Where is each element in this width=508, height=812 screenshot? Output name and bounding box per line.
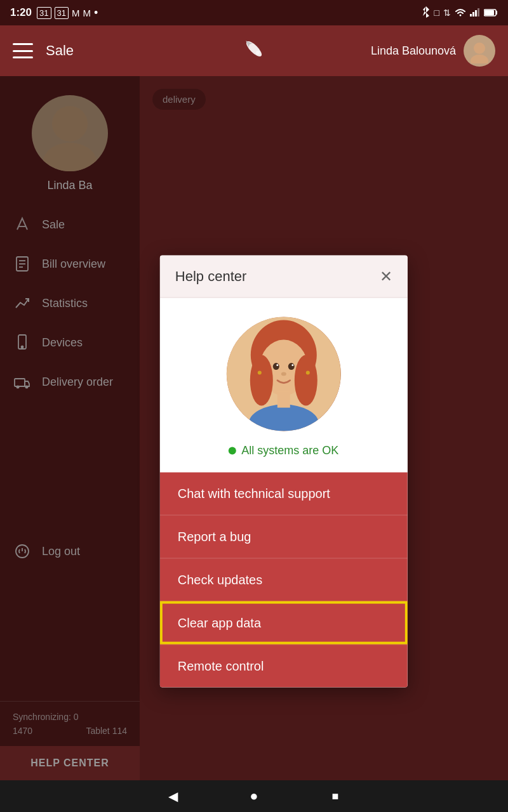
svg-point-30 (288, 363, 295, 370)
recents-icon: ■ (332, 790, 339, 803)
svg-rect-0 (470, 14, 472, 16)
mail-icon-2: M (83, 8, 91, 18)
status-row: All systems are OK (229, 444, 338, 457)
bottom-nav: ◀ ● ■ (0, 780, 508, 812)
svg-point-9 (474, 43, 485, 54)
menu-item-report-bug[interactable]: Report a bug (160, 515, 408, 558)
top-bar: Sale Linda Balounová (0, 25, 508, 76)
svg-point-32 (291, 364, 293, 366)
status-dot (229, 447, 236, 454)
modal-close-button[interactable]: ✕ (380, 269, 392, 284)
status-icons: 31 31 M M • (37, 6, 98, 20)
notification-icon-1: 31 (37, 7, 51, 19)
menu-item-remote-control[interactable]: Remote control (160, 645, 408, 688)
clear-app-data-label: Clear app data (178, 616, 261, 631)
app-logo (241, 36, 267, 66)
modal-menu: Chat with technical support Report a bug… (160, 473, 408, 688)
svg-rect-1 (472, 12, 474, 16)
user-name: Linda Balounová (371, 44, 456, 58)
menu-item-chat-support[interactable]: Chat with technical support (160, 473, 408, 515)
svg-point-28 (295, 355, 318, 406)
user-info: Linda Balounová (371, 35, 495, 67)
menu-item-clear-app-data[interactable]: Clear app data (160, 601, 408, 645)
svg-point-31 (276, 364, 278, 366)
svg-rect-37 (277, 392, 290, 408)
recents-button[interactable]: ■ (326, 787, 344, 805)
hamburger-menu-button[interactable] (13, 43, 33, 58)
help-center-modal: Help center ✕ (160, 256, 408, 688)
check-updates-label: Check updates (178, 573, 262, 587)
status-bar: 1:20 31 31 M M • □ ⇅ (0, 0, 508, 25)
svg-rect-5 (485, 10, 494, 15)
battery-icon (484, 8, 498, 18)
status-text: All systems are OK (241, 444, 338, 457)
dot-indicator: • (94, 6, 98, 20)
remote-control-label: Remote control (178, 659, 264, 674)
home-icon: ● (250, 788, 258, 804)
svg-point-10 (471, 55, 488, 63)
battery-saver-icon: □ (434, 8, 439, 18)
app-body: Linda Ba Sale Bill overview (0, 76, 508, 780)
svg-point-27 (250, 355, 273, 406)
back-icon: ◀ (168, 789, 178, 804)
svg-point-8 (256, 51, 260, 55)
svg-point-34 (258, 371, 262, 375)
bluetooth-icon (422, 6, 431, 20)
svg-rect-2 (475, 10, 477, 16)
modal-header: Help center ✕ (160, 256, 408, 298)
top-bar-title: Sale (46, 43, 74, 59)
status-time: 1:20 (10, 6, 32, 19)
hamburger-line (13, 56, 33, 58)
hamburger-line (13, 43, 33, 45)
home-button[interactable]: ● (245, 787, 263, 805)
svg-point-29 (273, 363, 279, 370)
modal-avatar (227, 317, 341, 431)
menu-item-check-updates[interactable]: Check updates (160, 558, 408, 601)
notification-icon-2: 31 (55, 7, 69, 19)
modal-profile-section: All systems are OK (160, 298, 408, 473)
report-bug-label: Report a bug (178, 530, 251, 544)
user-avatar[interactable] (464, 35, 495, 67)
back-button[interactable]: ◀ (164, 787, 182, 805)
svg-point-35 (306, 371, 310, 375)
modal-title: Help center (175, 268, 247, 285)
svg-rect-3 (478, 8, 479, 16)
data-icon: ⇅ (443, 8, 451, 18)
wifi-icon (455, 8, 466, 18)
svg-point-33 (281, 372, 286, 376)
mail-icon-1: M (72, 8, 80, 18)
hamburger-line (13, 50, 33, 52)
chat-support-label: Chat with technical support (178, 487, 330, 501)
status-right-icons: □ ⇅ (422, 6, 498, 20)
signal-icon (470, 8, 480, 18)
